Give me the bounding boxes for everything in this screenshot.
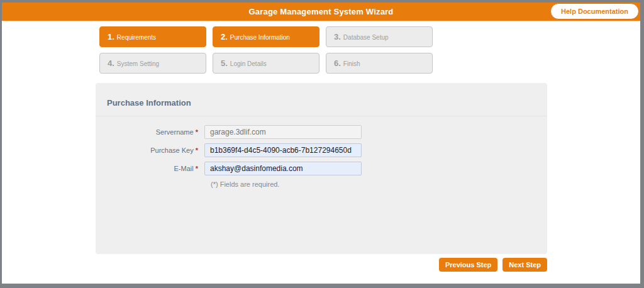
required-asterisk: *: [196, 128, 198, 136]
help-documentation-button[interactable]: Help Documentation: [550, 3, 639, 19]
step-number: 3.: [334, 32, 341, 42]
step-tab-2[interactable]: 2.Purchase Information: [213, 26, 319, 47]
page-title: Garage Management System Wizard: [248, 7, 393, 16]
panel-heading: Purchase Information: [96, 83, 547, 116]
step-tab-5[interactable]: 5.Login Details: [213, 53, 319, 74]
step-label: Purchase Information: [230, 33, 290, 41]
servername-label: Servername *: [96, 128, 204, 136]
required-asterisk: *: [196, 165, 198, 172]
servername-row: Servername *: [96, 125, 547, 139]
step-label: System Setting: [117, 59, 159, 67]
step-label: Finish: [343, 59, 360, 67]
email-row: E-Mail *: [96, 162, 547, 175]
step-label: Database Setup: [343, 33, 389, 41]
previous-step-button[interactable]: Previous Step: [439, 258, 497, 272]
required-asterisk: *: [196, 147, 198, 154]
purchase-key-input[interactable]: [204, 143, 362, 157]
step-label: Requirements: [117, 33, 156, 41]
servername-label-text: Servername: [156, 128, 194, 136]
step-number: 6.: [334, 58, 341, 68]
step-tab-4[interactable]: 4.System Setting: [99, 53, 206, 74]
servername-input[interactable]: [204, 125, 362, 139]
next-step-button[interactable]: Next Step: [502, 258, 547, 272]
step-number: 5.: [221, 58, 228, 68]
purchase-key-row: Purchase Key *: [96, 143, 547, 157]
email-label-text: E-Mail: [174, 165, 193, 172]
purchase-form: Servername * Purchase Key * E-Mail *: [96, 116, 547, 188]
footer-actions: Previous Step Next Step: [96, 258, 547, 272]
purchase-key-label-text: Purchase Key: [150, 147, 193, 154]
required-fields-note: (*) Fields are required.: [211, 180, 547, 188]
window-frame: Garage Management System Wizard Help Doc…: [0, 0, 644, 288]
purchase-key-label: Purchase Key *: [96, 147, 204, 154]
purchase-information-panel: Purchase Information Servername * Purcha…: [96, 83, 547, 254]
step-number: 1.: [108, 32, 114, 42]
step-tab-3[interactable]: 3.Database Setup: [326, 26, 433, 47]
step-label: Login Details: [230, 59, 267, 67]
email-input[interactable]: [204, 162, 362, 175]
wizard-steps: 1.Requirements2.Purchase Information3.Da…: [99, 26, 547, 79]
step-tab-1[interactable]: 1.Requirements: [99, 26, 206, 47]
step-number: 4.: [108, 58, 114, 68]
step-tab-6[interactable]: 6.Finish: [326, 53, 433, 74]
email-label: E-Mail *: [96, 165, 204, 172]
header-bar: Garage Management System Wizard Help Doc…: [2, 3, 640, 21]
step-number: 2.: [221, 32, 228, 42]
wizard-page: Garage Management System Wizard Help Doc…: [2, 3, 640, 284]
